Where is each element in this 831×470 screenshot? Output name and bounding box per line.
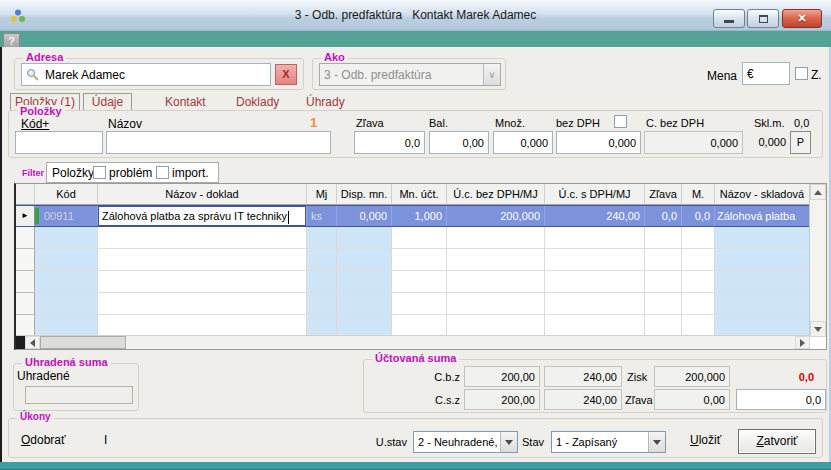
header-kod[interactable]: Kód — [35, 184, 98, 205]
close-button[interactable]: ✕ — [782, 9, 822, 28]
cell-kod[interactable]: 00911 — [35, 206, 98, 226]
empty-cell[interactable] — [545, 271, 645, 293]
empty-cell[interactable] — [545, 227, 645, 249]
empty-cell[interactable] — [392, 249, 447, 271]
empty-cell[interactable] — [98, 227, 307, 249]
ulozit-button[interactable]: Uložiť — [690, 433, 721, 447]
tab-doklady[interactable]: Doklady — [236, 95, 279, 109]
zatvorit-button[interactable]: Zatvoriť — [738, 429, 816, 454]
bezdph-checkbox[interactable] — [614, 115, 627, 128]
empty-cell[interactable] — [645, 293, 682, 315]
scroll-down-button[interactable] — [810, 321, 826, 337]
empty-cell[interactable] — [337, 293, 392, 315]
header-uc-bez-dph[interactable]: Ú.c. bez DPH/MJ — [447, 184, 545, 205]
header-nazov-skladova[interactable]: Názov - skladová — [715, 184, 810, 205]
empty-cell[interactable] — [307, 227, 337, 249]
cell-m[interactable]: 0,0 — [682, 206, 715, 226]
empty-cell[interactable] — [98, 293, 307, 315]
cell-nazov[interactable]: Zálohová platba za správu IT techniky — [98, 206, 307, 226]
empty-cell[interactable] — [447, 293, 545, 315]
cell-uc-bez[interactable]: 200,000 — [447, 206, 545, 226]
kod-input[interactable] — [15, 131, 103, 154]
empty-cell[interactable] — [337, 271, 392, 293]
header-zlava[interactable]: Zľava — [645, 184, 682, 205]
ustav-combobox[interactable]: 2 - Neuhradené, be: — [413, 431, 518, 453]
empty-cell[interactable] — [392, 227, 447, 249]
empty-cell[interactable] — [35, 315, 98, 337]
scroll-right-button[interactable] — [795, 336, 810, 349]
empty-cell[interactable] — [307, 271, 337, 293]
empty-cell[interactable] — [392, 271, 447, 293]
horizontal-scroll-thumb[interactable] — [40, 336, 126, 349]
scroll-left-button[interactable] — [25, 336, 40, 349]
empty-cell[interactable] — [645, 315, 682, 337]
cell-nazov-skladova[interactable]: Zálohová platba — [715, 206, 810, 226]
nazov-cell-editor[interactable]: Zálohová platba za správu IT techniky — [98, 206, 306, 226]
tab-udaje[interactable]: Údaje — [83, 93, 132, 111]
empty-cell[interactable] — [35, 249, 98, 271]
empty-cell[interactable] — [715, 271, 810, 293]
empty-cell[interactable] — [682, 227, 715, 249]
problem-checkbox[interactable] — [93, 166, 106, 179]
tab-uhrady[interactable]: Úhrady — [306, 95, 345, 109]
header-mj[interactable]: Mj — [307, 184, 337, 205]
header-uc-s-dph[interactable]: Ú.c. s DPH/MJ — [545, 184, 645, 205]
empty-cell[interactable] — [98, 249, 307, 271]
bal-input[interactable]: 0,00 — [429, 131, 489, 154]
ustav-dropdown-button[interactable] — [500, 432, 517, 452]
horizontal-scrollbar[interactable] — [16, 335, 810, 349]
empty-cell[interactable] — [307, 293, 337, 315]
empty-cell[interactable] — [447, 315, 545, 337]
nazov-input[interactable] — [106, 131, 331, 154]
row-selector[interactable] — [16, 315, 35, 337]
empty-cell[interactable] — [682, 293, 715, 315]
row-selector[interactable] — [16, 227, 35, 249]
empty-cell[interactable] — [98, 315, 307, 337]
empty-cell[interactable] — [98, 271, 307, 293]
uhradene-input[interactable] — [25, 386, 133, 404]
cell-disp[interactable]: 0,000 — [337, 206, 392, 226]
cell-zlava[interactable]: 0,0 — [645, 206, 682, 226]
row-selector[interactable]: ► — [16, 206, 35, 226]
empty-cell[interactable] — [682, 315, 715, 337]
adresa-input[interactable]: Marek Adamec — [21, 63, 271, 86]
zlava-input-field[interactable]: 0,0 — [736, 389, 826, 410]
empty-cell[interactable] — [682, 249, 715, 271]
clear-address-button[interactable]: X — [275, 64, 297, 85]
empty-cell[interactable] — [307, 249, 337, 271]
empty-cell[interactable] — [545, 249, 645, 271]
cell-mn-uct[interactable]: 1,000 — [392, 206, 447, 226]
empty-cell[interactable] — [337, 227, 392, 249]
empty-cell[interactable] — [392, 315, 447, 337]
header-nazov-doklad[interactable]: Názov - doklad — [98, 184, 307, 205]
cell-uc-s[interactable]: 240,00 — [545, 206, 645, 226]
scroll-up-button[interactable] — [810, 184, 826, 200]
odobrat-button[interactable]: Odobrať — [21, 433, 66, 447]
empty-cell[interactable] — [715, 293, 810, 315]
row-selector[interactable] — [16, 271, 35, 293]
z-checkbox[interactable] — [795, 67, 808, 80]
empty-cell[interactable] — [715, 249, 810, 271]
zlava-input[interactable]: 0,0 — [354, 131, 425, 154]
row-selector[interactable] — [16, 249, 35, 271]
empty-cell[interactable] — [337, 315, 392, 337]
empty-cell[interactable] — [715, 227, 810, 249]
empty-cell[interactable] — [682, 271, 715, 293]
empty-cell[interactable] — [307, 315, 337, 337]
empty-cell[interactable] — [337, 249, 392, 271]
empty-cell[interactable] — [715, 315, 810, 337]
row-selector[interactable] — [16, 293, 35, 315]
empty-cell[interactable] — [645, 227, 682, 249]
header-disp-mn[interactable]: Disp. mn. — [337, 184, 392, 205]
cell-mj[interactable]: ks — [307, 206, 337, 226]
empty-cell[interactable] — [35, 271, 98, 293]
empty-cell[interactable] — [545, 315, 645, 337]
empty-cell[interactable] — [447, 227, 545, 249]
import-checkbox[interactable] — [156, 166, 169, 179]
kod-label[interactable]: Kód+ — [21, 117, 49, 131]
empty-cell[interactable] — [35, 293, 98, 315]
mena-input[interactable]: € — [742, 62, 790, 85]
empty-cell[interactable] — [35, 227, 98, 249]
stav-combobox[interactable]: 1 - Zapísaný — [551, 431, 666, 453]
mnoz-input[interactable]: 0,000 — [493, 131, 553, 154]
